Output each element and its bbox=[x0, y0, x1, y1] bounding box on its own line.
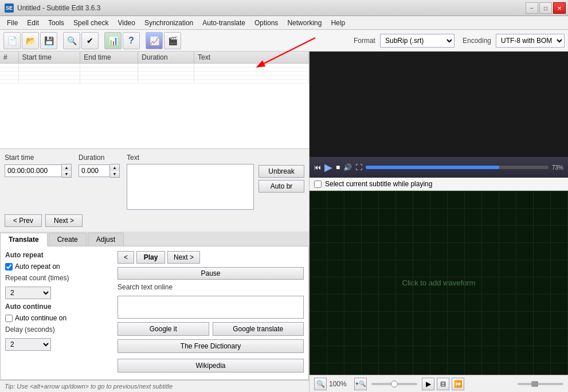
duration-spinners: ▲ ▼ bbox=[110, 164, 120, 178]
auto-continue-checkbox[interactable] bbox=[5, 315, 13, 322]
menu-spellcheck[interactable]: Spell check bbox=[69, 18, 113, 28]
repeat-count-select[interactable]: 2 1 3 4 bbox=[5, 287, 51, 299]
bottom-controls: 🔍 100% +🔍 ▶ ⊟ ⏩ bbox=[310, 375, 568, 392]
menu-video[interactable]: Video bbox=[113, 18, 139, 28]
play-ctrl-button[interactable]: Play bbox=[136, 251, 165, 264]
col-text: Text bbox=[194, 52, 309, 64]
menu-autotranslate[interactable]: Auto-translate bbox=[198, 18, 250, 28]
menu-file[interactable]: File bbox=[2, 18, 22, 28]
menu-help[interactable]: Help bbox=[326, 18, 350, 28]
start-time-up[interactable]: ▲ bbox=[62, 164, 71, 171]
zoom-percent: 100% bbox=[329, 380, 352, 388]
close-button[interactable]: ✕ bbox=[553, 2, 566, 14]
fullscreen-button[interactable]: ⛶ bbox=[355, 163, 362, 171]
waveform-button[interactable]: 📈 bbox=[146, 32, 163, 49]
tab-create[interactable]: Create bbox=[49, 233, 87, 246]
spellcheck-button[interactable]: ✔ bbox=[81, 32, 99, 49]
auto-repeat-row[interactable]: Auto repeat on bbox=[5, 262, 108, 271]
free-dictionary-button[interactable]: The Free Dictionary bbox=[117, 339, 304, 353]
waveform-view-button[interactable]: ⊟ bbox=[437, 378, 449, 390]
play-button[interactable]: ▶ bbox=[324, 161, 332, 174]
zoom-out-button[interactable]: 🔍 bbox=[314, 378, 327, 390]
minimize-button[interactable]: − bbox=[526, 2, 538, 14]
delay-select[interactable]: 2 1 3 5 bbox=[5, 338, 51, 351]
scroll-thumb[interactable] bbox=[531, 381, 538, 387]
zoom-slider-handle[interactable] bbox=[391, 381, 398, 387]
waveform-add-text[interactable]: Click to add waveform bbox=[402, 279, 476, 287]
encoding-select[interactable]: UTF-8 with BOM bbox=[496, 34, 565, 48]
menu-tools[interactable]: Tools bbox=[44, 18, 69, 28]
menu-synchronization[interactable]: Synchronization bbox=[140, 18, 198, 28]
fixcommon-button[interactable]: 📊 bbox=[104, 32, 122, 49]
app-icon: SE bbox=[5, 3, 14, 13]
auto-continue-label: Auto continue bbox=[5, 303, 108, 311]
col-start: Start time bbox=[18, 52, 80, 64]
translate-content: Auto repeat Auto repeat on Repeat count … bbox=[5, 251, 304, 375]
tab-adjust[interactable]: Adjust bbox=[88, 233, 124, 246]
rewind-button[interactable]: ⏮ bbox=[314, 163, 321, 171]
forward-button[interactable]: ⏩ bbox=[452, 378, 464, 390]
video-button[interactable]: 🎬 bbox=[164, 32, 181, 49]
start-time-input-wrap: ▲ ▼ bbox=[5, 164, 72, 178]
text-editor[interactable] bbox=[127, 164, 254, 210]
help-button[interactable]: ? bbox=[123, 32, 140, 49]
zoom-in-button[interactable]: +🔍 bbox=[354, 378, 367, 390]
next-button[interactable]: Next > bbox=[45, 214, 83, 227]
text-group: Text Unbreak Auto br bbox=[127, 154, 304, 210]
subtitle-select-checkbox[interactable] bbox=[314, 181, 322, 188]
text-label: Text bbox=[127, 154, 304, 162]
menu-options[interactable]: Options bbox=[250, 18, 283, 28]
table-row[interactable] bbox=[0, 68, 309, 72]
table-row[interactable] bbox=[0, 72, 309, 76]
prev-ctrl-button[interactable]: < bbox=[117, 251, 134, 264]
format-select[interactable]: SubRip (.srt) bbox=[380, 34, 455, 48]
encoding-label: Encoding bbox=[463, 37, 491, 45]
duration-down[interactable]: ▼ bbox=[110, 171, 119, 177]
bottom-left-panel: Translate Create Adjust Auto repeat Auto… bbox=[0, 232, 309, 380]
search-online-label: Search text online bbox=[117, 283, 304, 291]
prev-button[interactable]: < Prev bbox=[5, 214, 42, 227]
duration-up[interactable]: ▲ bbox=[110, 164, 119, 171]
search-online-input[interactable] bbox=[117, 296, 304, 319]
start-time-group: Start time ▲ ▼ bbox=[5, 154, 72, 178]
edit-area: Start time ▲ ▼ Duration bbox=[0, 149, 309, 214]
nav-row: < Prev Next > bbox=[0, 214, 309, 232]
duration-input[interactable] bbox=[79, 164, 110, 177]
edit-fields-row: Start time ▲ ▼ Duration bbox=[5, 154, 304, 210]
maximize-button[interactable]: □ bbox=[539, 2, 552, 14]
pause-button[interactable]: Pause bbox=[117, 267, 304, 280]
subtitle-select-label: Select current subtitle while playing bbox=[325, 180, 432, 188]
translate-left-col: Auto repeat Auto repeat on Repeat count … bbox=[5, 251, 108, 375]
right-panel: ⏮ ▶ ■ 🔊 ⛶ 73% Select current subtitle wh… bbox=[310, 52, 568, 392]
progress-bar[interactable] bbox=[366, 166, 549, 169]
auto-repeat-checkbox[interactable] bbox=[5, 263, 13, 271]
start-time-down[interactable]: ▼ bbox=[62, 171, 71, 177]
menu-edit[interactable]: Edit bbox=[22, 18, 44, 28]
duration-label: Duration bbox=[79, 154, 120, 162]
waveform-area[interactable]: Click to add waveform bbox=[310, 191, 568, 375]
new-button[interactable]: 📄 bbox=[3, 32, 21, 49]
find-button[interactable]: 🔍 bbox=[63, 32, 80, 49]
play-waveform-button[interactable]: ▶ bbox=[422, 378, 434, 390]
auto-continue-row[interactable]: Auto continue on bbox=[5, 314, 108, 322]
google-it-button[interactable]: Google it bbox=[117, 322, 209, 336]
tab-translate[interactable]: Translate bbox=[0, 233, 48, 246]
open-button[interactable]: 📂 bbox=[22, 32, 39, 49]
next-ctrl-button[interactable]: Next > bbox=[167, 251, 200, 264]
wikipedia-button[interactable]: Wikipedia bbox=[117, 359, 304, 373]
table-row[interactable] bbox=[0, 76, 309, 80]
table-row[interactable] bbox=[0, 80, 309, 84]
scroll-bar[interactable] bbox=[518, 383, 563, 385]
save-button[interactable]: 💾 bbox=[40, 32, 57, 49]
stop-button[interactable]: ■ bbox=[336, 163, 340, 171]
table-row[interactable] bbox=[0, 64, 309, 68]
translate-right-col: < Play Next > Pause Search text online G… bbox=[117, 251, 304, 375]
autobr-button[interactable]: Auto br bbox=[258, 180, 304, 193]
volume-button[interactable]: 🔊 bbox=[343, 163, 352, 171]
google-translate-button[interactable]: Google translate bbox=[213, 322, 304, 336]
title-bar: SE Untitled - Subtitle Edit 3.6.3 − □ ✕ bbox=[0, 0, 568, 16]
start-time-input[interactable] bbox=[5, 164, 62, 177]
zoom-slider[interactable] bbox=[371, 383, 417, 385]
menu-networking[interactable]: Networking bbox=[283, 18, 326, 28]
unbreak-button[interactable]: Unbreak bbox=[258, 165, 304, 178]
